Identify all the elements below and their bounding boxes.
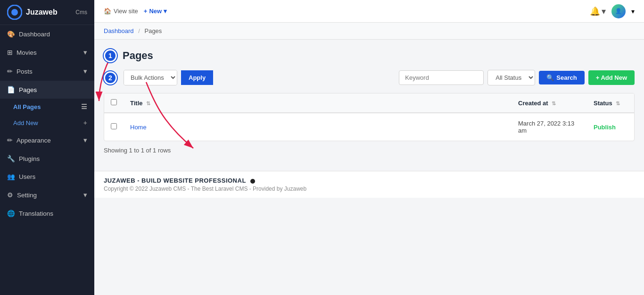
annotation-1: 1: [104, 49, 117, 62]
bulk-actions-wrapper: Bulk Actions: [124, 70, 177, 85]
avatar-image: 👤: [615, 8, 622, 14]
dashboard-icon: 🎨: [7, 30, 15, 38]
home-icon: 🏠: [104, 8, 111, 15]
footer-dot: [250, 179, 255, 184]
breadcrumb: Dashboard / Pages: [94, 23, 644, 40]
chevron-down-icon: ▾: [83, 136, 87, 144]
sidebar-logo-name: Juzaweb: [26, 8, 58, 17]
sidebar-item-label: Users: [19, 173, 87, 180]
pages-icon: 📄: [7, 86, 15, 93]
footer-copyright: Copyright © 2022 Juzaweb CMS - The Best …: [104, 185, 635, 192]
sidebar-item-setting[interactable]: ⚙ Setting ▾: [0, 185, 94, 204]
sidebar-navigation: 🎨 Dashboard ⊞ Movies ▾ ✏ Posts ▾ 📄 Pages…: [0, 25, 94, 295]
user-dropdown-icon[interactable]: ▾: [631, 8, 635, 15]
logo-icon: [7, 5, 22, 20]
sort-icon: ⇅: [552, 101, 556, 106]
content-area: Dashboard / Pages 1 Pages 2 Bulk Actions: [94, 23, 644, 295]
sidebar-item-appearance[interactable]: ✏ Appearance ▾: [0, 131, 94, 150]
sidebar-item-label: Plugins: [19, 155, 87, 162]
bell-icon: 🔔: [590, 6, 600, 17]
title-header-label: Title: [130, 100, 143, 107]
breadcrumb-separator: /: [138, 27, 140, 34]
created-at-header[interactable]: Created at ⇅: [512, 93, 587, 113]
notification-bell[interactable]: 🔔 ▾: [590, 6, 606, 17]
table-body: Home March 27, 2022 3:13 am Publish: [104, 113, 634, 141]
page-title: Pages: [123, 50, 153, 62]
sidebar-item-translations[interactable]: 🌐 Translations: [0, 204, 94, 222]
apply-button[interactable]: Apply: [181, 70, 213, 85]
chevron-down-icon: ▾: [83, 67, 87, 76]
chevron-down-icon: ▾: [83, 191, 87, 199]
title-header[interactable]: Title ⇅: [124, 93, 512, 113]
search-button[interactable]: 🔍 Search: [539, 71, 584, 84]
add-new-label: + Add New: [596, 74, 627, 81]
sidebar-item-label: Setting: [17, 192, 80, 199]
search-icon: 🔍: [546, 74, 554, 81]
list-icon: ☰: [81, 103, 87, 110]
chevron-down-icon: ▾: [83, 48, 87, 57]
pages-table: Title ⇅ Created at ⇅ Status ⇅: [104, 93, 635, 141]
all-pages-label: All Pages: [13, 103, 41, 110]
sidebar-item-posts[interactable]: ✏ Posts ▾: [0, 62, 94, 81]
sidebar-item-dashboard[interactable]: 🎨 Dashboard: [0, 25, 94, 43]
users-icon: 👥: [7, 173, 15, 180]
keyword-input[interactable]: [399, 70, 484, 85]
sort-icon: ⇅: [616, 101, 620, 106]
footer-title: JUZAWEB - BUILD WEBSITE PROFESSIONAL: [104, 177, 246, 184]
created-at-header-label: Created at: [518, 100, 548, 107]
setting-icon: ⚙: [7, 191, 13, 199]
status-header[interactable]: Status ⇅: [587, 93, 634, 113]
status-select[interactable]: All Status: [487, 70, 535, 85]
sidebar-item-label: Translations: [19, 210, 87, 217]
row-status-cell: Publish: [587, 113, 634, 141]
page-title-link[interactable]: Home: [130, 124, 147, 131]
user-avatar[interactable]: 👤: [611, 4, 626, 18]
view-site-label: View site: [114, 8, 138, 15]
dropdown-icon: ▾: [164, 8, 167, 15]
sidebar-item-label: Posts: [17, 68, 80, 75]
row-created-at: March 27, 2022 3:13 am: [518, 120, 574, 134]
sidebar-item-users[interactable]: 👥 Users: [0, 168, 94, 185]
add-new-button[interactable]: + Add New: [588, 70, 635, 85]
footer: JUZAWEB - BUILD WEBSITE PROFESSIONAL Cop…: [94, 171, 644, 198]
bell-dropdown-icon: ▾: [602, 6, 606, 17]
sidebar-item-plugins[interactable]: 🔧 Plugins: [0, 150, 94, 168]
breadcrumb-dashboard[interactable]: Dashboard: [104, 27, 134, 34]
status-badge: Publish: [594, 124, 616, 131]
sidebar: Juzaweb Cms 🎨 Dashboard ⊞ Movies ▾ ✏ Pos…: [0, 0, 94, 295]
sidebar-item-label: Movies: [17, 49, 80, 56]
main-area: 🏠 View site + New ▾ 🔔 ▾ 👤 ▾ Dashboard / …: [94, 0, 644, 295]
sidebar-item-pages[interactable]: 📄 Pages: [0, 81, 94, 99]
sidebar-item-add-new[interactable]: Add New +: [0, 115, 94, 131]
sidebar-item-movies[interactable]: ⊞ Movies ▾: [0, 43, 94, 62]
view-site-link[interactable]: 🏠 View site: [104, 8, 138, 15]
appearance-icon: ✏: [7, 136, 13, 144]
sidebar-item-label: Dashboard: [19, 31, 87, 38]
sidebar-item-all-pages[interactable]: All Pages ☰: [0, 99, 94, 115]
movies-icon: ⊞: [7, 49, 13, 56]
new-label: New: [149, 8, 162, 15]
page-inner: 1 Pages 2 Bulk Actions Apply All Status: [94, 40, 644, 171]
sidebar-item-label: Pages: [19, 86, 87, 93]
bulk-actions-select[interactable]: Bulk Actions: [124, 70, 177, 85]
row-checkbox-cell: [104, 113, 124, 141]
plus-icon: +: [144, 8, 148, 15]
plus-icon: +: [83, 119, 87, 126]
plugins-icon: 🔧: [7, 155, 15, 162]
sidebar-logo-cms: Cms: [75, 9, 87, 16]
posts-icon: ✏: [7, 67, 13, 75]
sort-icon: ⇅: [146, 101, 150, 106]
select-all-checkbox[interactable]: [111, 99, 117, 105]
new-button[interactable]: + New ▾: [144, 8, 167, 15]
topbar: 🏠 View site + New ▾ 🔔 ▾ 👤 ▾: [94, 0, 644, 23]
table-row: Home March 27, 2022 3:13 am Publish: [104, 113, 634, 141]
table-header-row: Title ⇅ Created at ⇅ Status ⇅: [104, 93, 634, 113]
table: Title ⇅ Created at ⇅ Status ⇅: [104, 93, 634, 141]
sidebar-logo[interactable]: Juzaweb Cms: [0, 0, 94, 25]
sidebar-item-label: Appearance: [17, 137, 80, 144]
breadcrumb-current: Pages: [144, 27, 162, 34]
row-checkbox[interactable]: [111, 123, 117, 129]
select-all-header: [104, 93, 124, 113]
status-header-label: Status: [594, 100, 612, 107]
annotation-2: 2: [104, 71, 117, 84]
